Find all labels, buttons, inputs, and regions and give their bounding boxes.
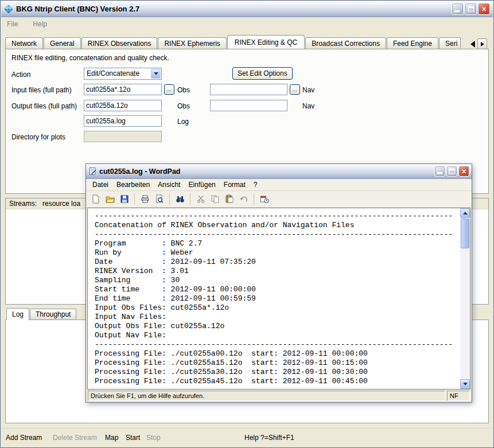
bnc-window-title: BKG Ntrip Client (BNC) Version 2.7	[16, 5, 452, 13]
set-edit-options-button[interactable]: Set Edit Options	[232, 67, 293, 80]
open-button[interactable]	[103, 192, 116, 206]
date-time-icon	[260, 194, 269, 204]
log-suffix-label: Log	[177, 118, 189, 126]
print-preview-icon	[155, 194, 164, 204]
close-icon: ×	[461, 167, 466, 176]
new-document-button[interactable]	[89, 192, 102, 206]
tab-serial[interactable]: Seri	[439, 37, 461, 49]
save-button[interactable]	[118, 192, 131, 206]
menu-format[interactable]: Format	[220, 180, 250, 189]
log-file-field[interactable]	[84, 115, 162, 127]
copy-button	[208, 192, 221, 206]
chevron-down-icon[interactable]	[151, 69, 161, 79]
tab-network[interactable]: Network	[5, 37, 43, 49]
cut-icon	[196, 194, 205, 204]
new-document-icon	[91, 194, 100, 204]
maximize-icon	[468, 6, 474, 11]
output-obs-suffix-label: Obs	[177, 102, 190, 110]
map-button[interactable]: Map	[105, 434, 118, 442]
menu-hilfe[interactable]: ?	[250, 180, 262, 189]
delete-stream-button: Delete Stream	[53, 434, 97, 442]
scrollbar[interactable]	[460, 208, 470, 389]
input-nav-suffix-label: Nav	[302, 86, 314, 94]
help-shortcut-label[interactable]: Help ?=Shift+F1	[244, 434, 294, 442]
input-obs-browse-button[interactable]: ...	[164, 84, 174, 95]
maximize-icon	[449, 169, 455, 174]
bnc-menubar: File Help	[1, 18, 493, 30]
menu-datei[interactable]: Datei	[88, 180, 112, 189]
input-obs-suffix-label: Obs	[177, 86, 190, 94]
bnc-minimize-button[interactable]	[452, 3, 464, 15]
output-nav-field[interactable]	[210, 100, 287, 111]
scroll-up-icon	[463, 212, 468, 215]
wordpad-document[interactable]: ----------------------------------------…	[88, 208, 460, 389]
tab-scroll-right-icon	[481, 42, 484, 46]
bnc-app-icon	[4, 5, 13, 14]
wordpad-maximize-button[interactable]	[446, 166, 457, 177]
bnc-maximize-button[interactable]	[465, 3, 477, 15]
tab-scroll-right-button[interactable]	[477, 38, 487, 49]
wordpad-minimize-button[interactable]	[434, 166, 445, 177]
tab-scroll-left-icon[interactable]	[470, 41, 475, 48]
bnc-tabstrip: Network General RINEX Observations RINEX…	[5, 34, 468, 49]
wordpad-statusbar: Drücken Sie F1, um die Hilfe aufzurufen.…	[87, 390, 471, 402]
minimize-icon	[437, 172, 442, 174]
scrollbar-thumb[interactable]	[461, 219, 469, 248]
menu-einfuegen[interactable]: Einfügen	[184, 180, 219, 189]
cut-button	[194, 192, 207, 206]
toolbar-separator	[134, 193, 135, 205]
tab-rinex-editing-qc[interactable]: RINEX Editing & QC	[227, 35, 305, 49]
action-dropdown[interactable]: Edit/Concatenate	[84, 68, 162, 80]
menu-bearbeiten[interactable]: Bearbeiten	[112, 180, 154, 189]
statusbar-indicator: NF	[447, 391, 470, 401]
tab-log[interactable]: Log	[6, 308, 29, 320]
output-files-label: Output files (full path)	[11, 102, 77, 110]
paste-icon	[225, 194, 234, 204]
scroll-down-button[interactable]	[460, 379, 470, 389]
tab-feed-engine[interactable]: Feed Engine	[387, 37, 438, 49]
input-obs-field[interactable]	[84, 84, 162, 95]
menu-help[interactable]: Help	[33, 20, 47, 28]
menu-ansicht[interactable]: Ansicht	[154, 180, 184, 189]
input-nav-browse-button[interactable]: ...	[290, 84, 300, 95]
wordpad-titlebar: cut0255a.log - WordPad ×	[86, 164, 472, 179]
print-icon	[141, 194, 150, 204]
print-preview-button[interactable]	[153, 192, 166, 206]
statusbar-hint: Drücken Sie F1, um die Hilfe aufzurufen.	[88, 391, 445, 401]
output-obs-field[interactable]	[84, 100, 162, 111]
print-button[interactable]	[138, 192, 151, 206]
wordpad-app-icon	[88, 167, 97, 176]
bnc-close-button[interactable]: ×	[478, 3, 490, 15]
action-label: Action	[11, 71, 30, 79]
plots-dir-label: Directory for plots	[11, 133, 65, 141]
toolbar-separator	[254, 193, 254, 205]
open-icon	[106, 194, 115, 204]
save-icon	[120, 194, 129, 204]
start-button[interactable]: Start	[126, 434, 140, 442]
find-button[interactable]	[173, 192, 186, 206]
scroll-up-button[interactable]	[460, 208, 470, 218]
copy-icon	[211, 194, 220, 204]
wordpad-close-button[interactable]: ×	[458, 166, 469, 177]
bottom-tabstrip: Log Throughput	[6, 307, 77, 320]
paste-button[interactable]	[223, 192, 236, 206]
action-dropdown-value: Edit/Concatenate	[87, 69, 139, 77]
add-stream-button[interactable]: Add Stream	[6, 434, 42, 442]
tab-broadcast-corrections[interactable]: Broadcast Corrections	[305, 37, 386, 49]
bnc-titlebar: BKG Ntrip Client (BNC) Version 2.7 ×	[1, 1, 493, 17]
tab-rinex-ephemeris[interactable]: RINEX Ephemeris	[158, 37, 226, 49]
input-files-label: Input files (full path)	[11, 86, 72, 94]
input-nav-field[interactable]	[210, 84, 287, 95]
toolbar-separator	[169, 193, 170, 205]
scroll-down-icon	[463, 383, 468, 385]
wordpad-document-area: ----------------------------------------…	[87, 208, 470, 389]
menu-file[interactable]: File	[7, 20, 18, 28]
undo-icon	[239, 194, 248, 204]
date-time-button[interactable]	[258, 192, 271, 206]
toolbar-separator	[190, 193, 190, 205]
tab-general[interactable]: General	[44, 37, 81, 49]
tab-throughput[interactable]: Throughput	[30, 309, 76, 320]
plots-dir-field	[84, 131, 162, 142]
tab-rinex-observations[interactable]: RINEX Observations	[81, 37, 158, 49]
wordpad-menubar: Datei Bearbeiten Ansicht Einfügen Format…	[86, 179, 472, 191]
